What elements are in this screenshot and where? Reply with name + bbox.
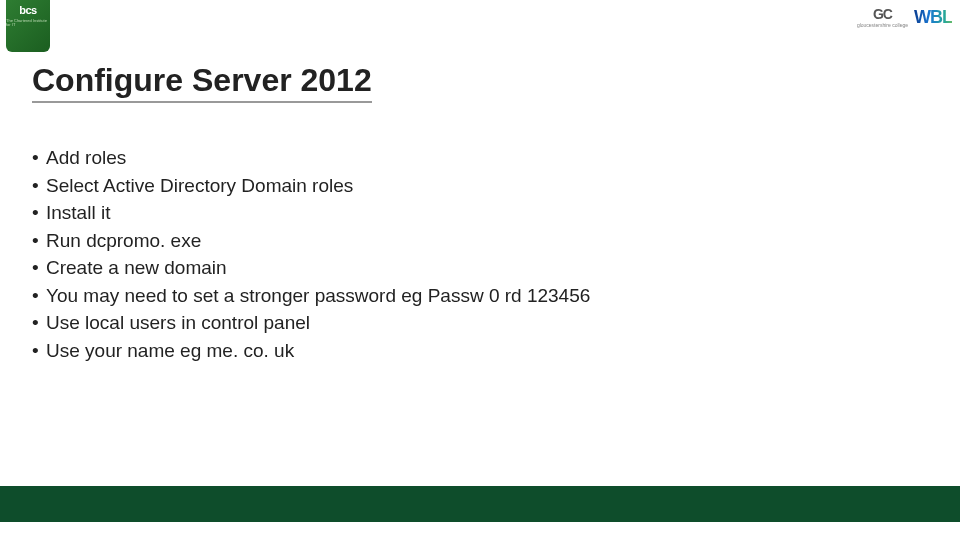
footer-bar xyxy=(0,486,960,522)
gc-logo-subtext: gloucestershire college xyxy=(857,22,908,28)
list-item: •Use local users in control panel xyxy=(32,309,920,337)
bullet-icon: • xyxy=(32,309,46,337)
bullet-icon: • xyxy=(32,199,46,227)
list-item-text: You may need to set a stronger password … xyxy=(46,282,590,310)
slide-content: •Add roles •Select Active Directory Doma… xyxy=(32,144,920,364)
gc-logo: GC gloucestershire college xyxy=(857,6,908,28)
list-item: •You may need to set a stronger password… xyxy=(32,282,920,310)
bcs-logo-text: bcs xyxy=(19,4,36,16)
bullet-icon: • xyxy=(32,337,46,365)
bullet-icon: • xyxy=(32,254,46,282)
list-item-text: Create a new domain xyxy=(46,254,227,282)
bcs-logo: bcs The Chartered Institute for IT xyxy=(6,0,50,52)
list-item: •Run dcpromo. exe xyxy=(32,227,920,255)
bullet-icon: • xyxy=(32,144,46,172)
list-item-text: Add roles xyxy=(46,144,126,172)
list-item-text: Install it xyxy=(46,199,110,227)
list-item: •Add roles xyxy=(32,144,920,172)
list-item-text: Select Active Directory Domain roles xyxy=(46,172,353,200)
wbl-logo: WBL xyxy=(914,7,952,28)
bcs-logo-subtext: The Chartered Institute for IT xyxy=(6,19,50,27)
list-item: •Select Active Directory Domain roles xyxy=(32,172,920,200)
list-item-text: Use local users in control panel xyxy=(46,309,310,337)
right-logos: GC gloucestershire college WBL xyxy=(857,6,952,28)
list-item: •Install it xyxy=(32,199,920,227)
bullet-icon: • xyxy=(32,282,46,310)
slide-title: Configure Server 2012 xyxy=(32,62,372,103)
list-item: •Use your name eg me. co. uk xyxy=(32,337,920,365)
list-item: •Create a new domain xyxy=(32,254,920,282)
list-item-text: Use your name eg me. co. uk xyxy=(46,337,294,365)
bullet-icon: • xyxy=(32,172,46,200)
list-item-text: Run dcpromo. exe xyxy=(46,227,201,255)
gc-logo-text: GC xyxy=(873,6,892,22)
bullet-icon: • xyxy=(32,227,46,255)
